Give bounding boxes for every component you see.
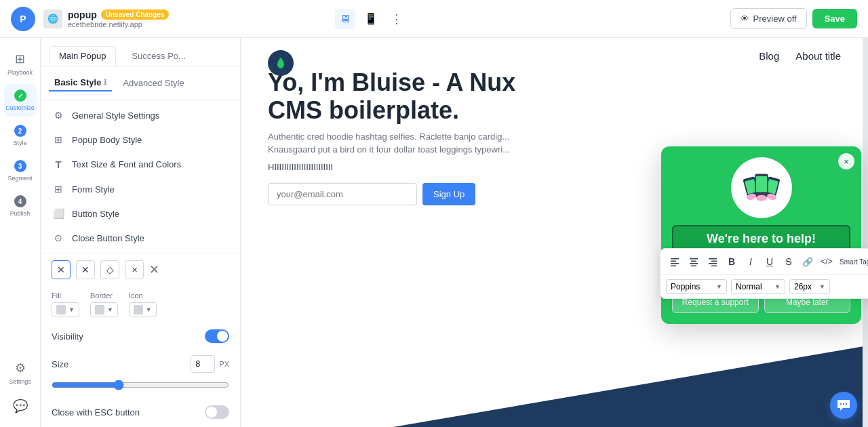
form-style-row[interactable]: ⊞ Form Style [41,177,240,201]
preview-subtext: Authentic cred hoodie hashtag selfies. R… [268,130,648,157]
preview-logo [268,50,294,76]
mobile-icon[interactable]: 📱 [361,9,381,29]
popup-image [731,157,792,218]
svg-rect-8 [709,258,717,260]
border-select[interactable]: ▼ [90,302,118,317]
sidebar-item-segment[interactable]: 3 Segment [4,155,37,187]
feedback-icon: 💬 [13,399,28,413]
preview-nav: Blog About title [241,38,868,62]
weight-select[interactable]: Normal ▼ [731,279,785,294]
text-size-row[interactable]: T Text Size & Font and Colors [41,152,240,177]
button-style-row[interactable]: ⬜ Button Style [41,201,240,226]
close-esc-toggle[interactable] [205,405,229,419]
text-icon: T [52,159,65,170]
close-x-outline[interactable]: ✕ [76,260,95,279]
sidebar-item-playbook[interactable]: ⊞ Playbook [4,46,37,81]
svg-point-23 [843,403,844,405]
popup-close-btn[interactable]: × [838,153,854,169]
size-input[interactable] [191,355,215,373]
nav-about: About title [795,50,841,62]
app-logo: P [11,7,35,31]
button-icon: ⬜ [52,208,65,219]
panel-sections: ⚙ General Style Settings ⊞ Popup Body St… [41,100,240,253]
underline-btn[interactable]: U [761,253,778,270]
fill-select[interactable]: ▼ [52,302,79,317]
font-chevron: ▼ [716,283,722,290]
size-slider-container [41,378,240,399]
sidebar-item-style[interactable]: 2 Style [4,119,37,152]
border-color-dot [95,305,104,314]
popup-body-icon: ⊞ [52,134,65,145]
publish-badge: 4 [14,195,26,207]
site-url: ecethebride.netlify.app [68,20,169,28]
strikethrough-btn[interactable]: S [780,253,797,270]
nav-blog: Blog [759,50,779,62]
svg-rect-0 [671,258,679,260]
bold-btn[interactable]: B [723,253,741,270]
size-select[interactable]: 26px ▼ [789,279,830,294]
fill-chevron: ▼ [68,306,75,313]
svg-rect-7 [691,266,696,267]
sidebar-item-customize[interactable]: ✓ Customize [4,84,37,117]
popup-heading: We're here to help! [682,232,841,246]
customize-badge: ✓ [14,89,26,102]
email-input[interactable] [268,183,417,205]
main-layout: ⊞ Playbook ✓ Customize 2 Style 3 Segment… [0,38,868,427]
top-actions: 👁 Preview off Save [730,8,857,29]
preview-btn[interactable]: 👁 Preview off [730,8,807,29]
general-style-row[interactable]: ⚙ General Style Settings [41,103,240,127]
svg-rect-18 [756,176,767,192]
tab-basic-style[interactable]: Basic Style ℹ [49,75,112,92]
settings-icon: ⚙ [15,361,26,375]
text-toolbar: B I U S 🔗 </> Smart Tag ⧉ 🗑 Poppins ▼ [660,248,868,299]
code-btn[interactable]: </> [818,253,835,270]
style-badge: 2 [14,125,26,137]
svg-rect-6 [690,263,698,264]
svg-rect-9 [711,261,717,262]
save-btn[interactable]: Save [812,9,857,28]
tab-success-popup[interactable]: Success Po... [121,46,195,66]
close-x-circle[interactable]: ✕ [52,260,71,279]
align-left-btn[interactable] [666,253,684,270]
close-diamond[interactable]: ◇ [100,260,119,279]
remove-close-btn[interactable]: ✕ [149,262,159,277]
eye-icon: 👁 [741,14,749,24]
tab-advanced-style[interactable]: Advanced Style [117,75,189,92]
close-button-row[interactable]: ⊙ Close Button Style [41,226,240,250]
popup-image-container [672,157,850,218]
more-options-btn[interactable]: ⋮ [387,9,407,29]
size-slider[interactable] [52,380,229,390]
sidebar-item-publish[interactable]: 4 Publish [4,190,37,222]
icon-select[interactable]: ▼ [129,302,157,317]
chat-widget[interactable] [830,392,857,419]
signup-btn[interactable]: Sign Up [422,183,475,205]
close-small-x[interactable]: ✕ [125,260,144,279]
visibility-toggle[interactable] [205,329,229,343]
align-right-btn[interactable] [704,253,722,270]
left-sidebar: ⊞ Playbook ✓ Customize 2 Style 3 Segment… [0,38,41,427]
popup-body-row[interactable]: ⊞ Popup Body Style [41,127,240,152]
device-switcher: 🖥 📱 ⋮ [335,9,407,29]
italic-btn[interactable]: I [742,253,760,270]
icon-chevron: ▼ [146,306,152,313]
svg-point-22 [840,403,842,405]
general-style-icon: ⚙ [52,110,65,121]
border-col: Border ▼ [90,291,118,317]
tab-main-popup[interactable]: Main Popup [49,46,116,66]
toolbar-top-row: B I U S 🔗 </> Smart Tag ⧉ 🗑 [660,249,868,275]
smart-tag-btn[interactable]: Smart Tag [837,253,868,270]
navy-triangle [393,346,868,427]
desktop-icon[interactable]: 🖥 [335,9,355,29]
sidebar-item-feedback[interactable]: 💬 [4,393,37,419]
icon-color-dot [134,305,143,314]
font-select[interactable]: Poppins ▼ [666,279,727,294]
border-chevron: ▼ [107,306,113,313]
align-center-btn[interactable] [685,253,703,270]
weight-chevron: ▼ [774,283,781,290]
canvas-scrollbar[interactable] [863,38,868,427]
sidebar-item-settings[interactable]: ⚙ Settings [4,355,37,390]
link-btn[interactable]: 🔗 [799,253,816,270]
svg-rect-4 [690,258,698,260]
icon-col: Icon ▼ [129,291,157,317]
close-esc-row: Close with ESC button [41,399,240,426]
